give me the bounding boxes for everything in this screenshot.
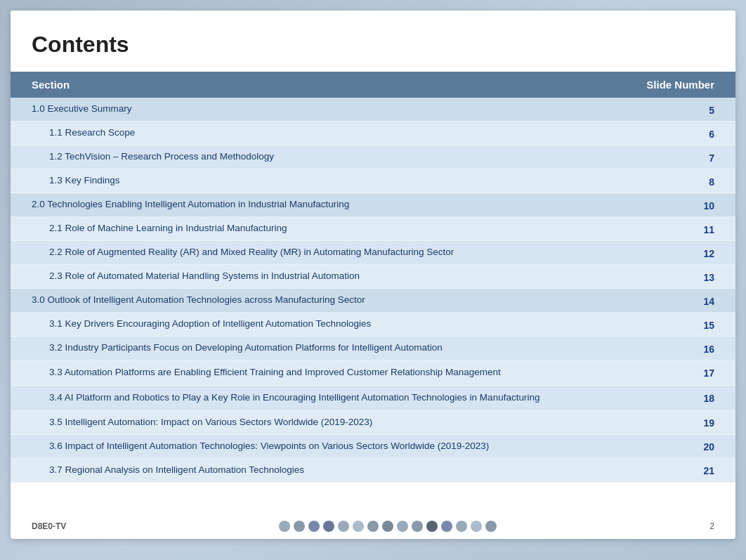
footer-area: D8E0-TV 2 (11, 518, 735, 535)
section-text: 1.0 Executive Summary (32, 103, 686, 116)
table-row: 3.6 Impact of Intelligent Automation Tec… (11, 435, 735, 459)
section-text: 3.5 Intelligent Automation: Impact on Va… (49, 416, 686, 429)
footer-dot (397, 521, 408, 532)
table-row: 3.3 Automation Platforms are Enabling Ef… (11, 360, 735, 386)
footer-dot (308, 521, 320, 532)
slide-number: 17 (686, 366, 714, 379)
section-text: 3.4 AI Platform and Robotics to Play a K… (49, 391, 686, 405)
footer-dot (323, 521, 334, 532)
footer-dot (426, 521, 438, 532)
section-text: 3.2 Industry Participants Focus on Devel… (49, 341, 686, 355)
table-row: 3.5 Intelligent Automation: Impact on Va… (11, 411, 735, 435)
title-area: Contents (11, 11, 735, 72)
slide-number: 21 (686, 464, 714, 476)
section-text: 1.2 TechVision – Research Process and Me… (49, 150, 686, 164)
section-text: 1.3 Key Findings (49, 174, 686, 188)
section-text: 3.0 Outlook of Intelligent Automation Te… (32, 294, 686, 307)
table-container: Section Slide Number 1.0 Executive Summa… (11, 72, 735, 483)
page-container: Contents Section Slide Number 1.0 Execut… (0, 0, 746, 560)
table-row: 2.3 Role of Automated Material Handling … (11, 265, 735, 289)
table-header: Section Slide Number (11, 72, 735, 98)
footer-dot (382, 521, 393, 532)
table-row: 1.3 Key Findings8 (11, 169, 735, 193)
footer-dot (338, 521, 349, 532)
section-text: 3.7 Regional Analysis on Intelligent Aut… (49, 464, 686, 477)
slide-number: 13 (686, 271, 714, 283)
section-text: 1.1 Research Scope (49, 126, 686, 140)
table-row: 1.2 TechVision – Research Process and Me… (11, 145, 735, 169)
table-row: 2.1 Role of Machine Learning in Industri… (11, 217, 735, 241)
table-row: 3.4 AI Platform and Robotics to Play a K… (11, 386, 735, 411)
section-text: 2.0 Technologies Enabling Intelligent Au… (32, 198, 686, 211)
slide-number: 20 (686, 440, 714, 452)
table-row: 3.2 Industry Participants Focus on Devel… (11, 337, 735, 360)
footer-dot (279, 521, 290, 532)
footer-dot (441, 521, 452, 532)
section-text: 3.3 Automation Platforms are Enabling Ef… (49, 366, 686, 379)
footer-dot (412, 521, 423, 532)
slide-column-header: Slide Number (646, 79, 714, 91)
table-row: 3.7 Regional Analysis on Intelligent Aut… (11, 459, 735, 483)
section-text: 3.1 Key Drivers Encouraging Adoption of … (49, 318, 686, 331)
table-row: 2.0 Technologies Enabling Intelligent Au… (11, 193, 735, 217)
slide-number: 16 (686, 342, 714, 355)
section-text: 2.3 Role of Automated Material Handling … (49, 270, 686, 283)
slide-number: 10 (686, 199, 714, 211)
footer-dot (353, 521, 364, 532)
table-row: 1.0 Executive Summary5 (11, 98, 735, 122)
slide-number: 19 (686, 416, 714, 429)
section-text: 3.6 Impact of Intelligent Automation Tec… (49, 440, 686, 453)
table-row: 3.1 Key Drivers Encouraging Adoption of … (11, 313, 735, 337)
slide-number: 5 (686, 103, 714, 116)
footer-dot (471, 521, 482, 532)
white-card: Contents Section Slide Number 1.0 Execut… (11, 11, 735, 539)
page-title: Contents (32, 32, 714, 58)
slide-number: 8 (686, 175, 714, 188)
footer-dots (279, 521, 497, 532)
footer-dot (367, 521, 379, 532)
section-column-header: Section (32, 79, 70, 91)
slide-number: 6 (686, 127, 714, 140)
slide-number: 12 (686, 247, 714, 259)
slide-number: 14 (686, 294, 714, 307)
slide-number: 15 (686, 318, 714, 331)
page-number: 2 (709, 521, 714, 531)
table-row: 1.1 Research Scope6 (11, 122, 735, 145)
footer-dot (485, 521, 497, 532)
footer-dot (456, 521, 467, 532)
slide-number: 18 (686, 391, 714, 404)
table-body: 1.0 Executive Summary51.1 Research Scope… (11, 98, 735, 483)
footer-logo: D8E0-TV (32, 521, 66, 531)
table-row: 3.0 Outlook of Intelligent Automation Te… (11, 289, 735, 313)
slide-number: 7 (686, 151, 714, 164)
slide-number: 11 (686, 223, 714, 235)
section-text: 2.1 Role of Machine Learning in Industri… (49, 222, 686, 235)
section-text: 2.2 Role of Augmented Reality (AR) and M… (49, 246, 686, 259)
table-row: 2.2 Role of Augmented Reality (AR) and M… (11, 241, 735, 265)
footer-dot (294, 521, 305, 532)
